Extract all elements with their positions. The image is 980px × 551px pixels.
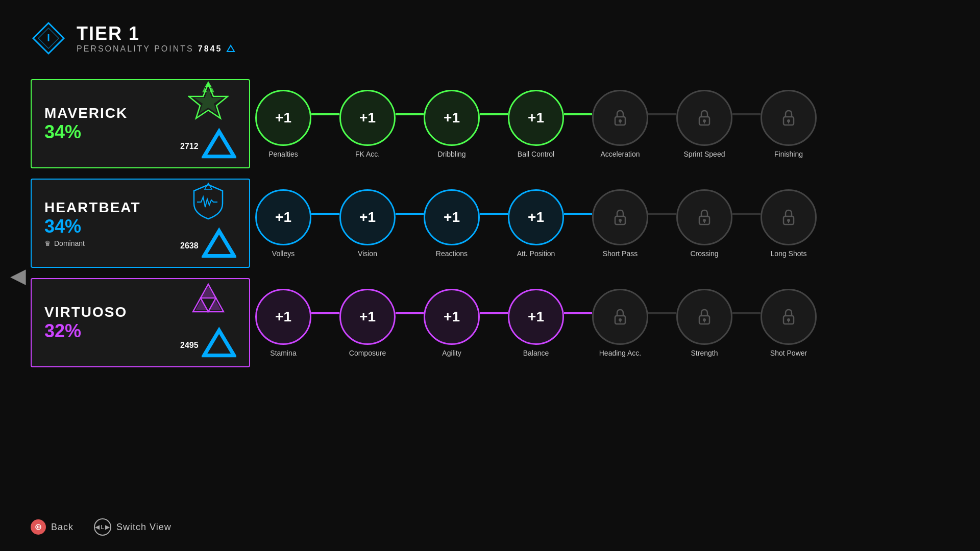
node-vision[interactable]: +1 [339,189,396,245]
node-value: +1 [359,209,376,226]
node-label-att.-position: Att. Position [517,249,555,258]
connector-pink-2 [396,312,424,314]
node-label-shot-power: Shot Power [770,349,807,357]
node-ball-control[interactable]: +1 [508,90,564,146]
connector-pink-1 [311,312,339,314]
crown-icon: ♛ [44,239,51,247]
back-control[interactable]: Back [31,519,74,535]
node-label-penalties: Penalties [268,150,298,158]
virtuoso-card[interactable]: VIRTUOSO 32% 2495 [31,278,250,367]
node-group-pink-2: +1Agility [424,289,480,357]
virtuoso-points: 2495 [180,325,236,366]
node-label-long-shots: Long Shots [771,249,807,258]
skill-trees: +1Penalties+1FK Acc.+1Dribbling+1Ball Co… [255,79,817,367]
node-long-shots [761,189,817,245]
header-info: TIER 1 PERSONALITY POINTS 7845 [77,23,235,54]
svg-marker-6 [205,81,212,87]
maverick-card[interactable]: MAVERICK 34% 2712 [31,79,250,168]
node-crossing [676,189,732,245]
node-value: +1 [359,110,376,126]
node-agility[interactable]: +1 [424,289,480,345]
node-label-balance: Balance [523,349,549,357]
left-nav-arrow[interactable]: ◀ [10,264,26,287]
node-label-stamina: Stamina [270,349,296,357]
switch-view-button-icon: ◀ L ▶ [94,518,111,536]
node-group-pink-5: Strength [676,289,732,357]
svg-marker-11 [204,231,234,256]
node-label-finishing: Finishing [774,150,803,158]
node-group-green-3: +1Ball Control [508,90,564,158]
node-value: +1 [275,209,291,226]
heartbeat-icon: 2638 [180,181,236,266]
node-stamina[interactable]: +1 [255,289,311,345]
connector-blue-6 [732,213,761,215]
node-group-blue-2: +1Reactions [424,189,480,258]
node-group-blue-4: Short Pass [592,189,648,258]
node-value: +1 [528,309,544,325]
node-group-green-0: +1Penalties [255,90,311,158]
svg-text:I: I [47,32,50,43]
node-volleys[interactable]: +1 [255,189,311,245]
node-short-pass [592,189,648,245]
node-label-dribbling: Dribbling [437,150,465,158]
node-group-green-5: Sprint Speed [676,90,732,158]
pp-label: PERSONALITY POINTS [77,44,194,54]
node-dribbling[interactable]: +1 [424,90,480,146]
node-composure[interactable]: +1 [339,289,396,345]
heartbeat-name: HEARTBEAT [44,199,170,216]
connector-green-4 [564,113,592,115]
node-label-volleys: Volleys [272,249,295,258]
node-label-short-pass: Short Pass [603,249,638,258]
connector-blue-1 [311,213,339,215]
node-value: +1 [444,110,460,126]
node-balance[interactable]: +1 [508,289,564,345]
node-fk-acc.[interactable]: +1 [339,90,396,146]
node-label-ball-control: Ball Control [518,150,554,158]
node-group-pink-4: Heading Acc. [592,289,648,357]
node-value: +1 [444,209,460,226]
maverick-percent: 34% [44,121,170,143]
badge-label: Dominant [54,239,85,247]
node-group-green-2: +1Dribbling [424,90,480,158]
heartbeat-card-info: HEARTBEAT 34% ♛ Dominant [44,199,170,247]
connector-pink-4 [564,312,592,314]
tier-icon: I [31,20,66,56]
connector-blue-5 [648,213,676,215]
node-att.-position[interactable]: +1 [508,189,564,245]
connector-pink-3 [480,312,508,314]
heartbeat-percent: 34% [44,216,170,237]
connector-blue-4 [564,213,592,215]
personality-points: PERSONALITY POINTS 7845 [77,44,235,54]
node-group-blue-6: Long Shots [761,189,817,258]
tier-title: TIER 1 [77,23,235,44]
skill-row-pink: +1Stamina+1Composure+1Agility+1Balance H… [255,278,817,367]
virtuoso-percent: 32% [44,320,170,342]
connector-pink-6 [732,312,761,314]
node-label-sprint-speed: Sprint Speed [684,150,725,158]
node-penalties[interactable]: +1 [255,90,311,146]
node-acceleration [592,90,648,146]
node-group-pink-3: +1Balance [508,289,564,357]
header: I TIER 1 PERSONALITY POINTS 7845 [31,20,235,56]
heartbeat-card[interactable]: HEARTBEAT 34% ♛ Dominant 2638 [31,179,250,268]
node-label-composure: Composure [349,349,386,357]
node-heading-acc. [592,289,648,345]
heartbeat-points: 2638 [180,226,236,266]
virtuoso-card-info: VIRTUOSO 32% [44,304,170,342]
node-label-heading-acc.: Heading Acc. [599,349,642,357]
node-label-fk-acc.: FK Acc. [355,150,380,158]
svg-marker-3 [227,45,234,52]
pp-value: 7845 [198,44,223,54]
node-label-reactions: Reactions [436,249,468,258]
node-value: +1 [275,110,291,126]
node-label-vision: Vision [358,249,377,258]
maverick-name: MAVERICK [44,105,170,121]
switch-view-control[interactable]: ◀ L ▶ Switch View [94,518,172,536]
node-reactions[interactable]: +1 [424,189,480,245]
connector-green-3 [480,113,508,115]
connector-blue-2 [396,213,424,215]
node-group-pink-1: +1Composure [339,289,396,357]
maverick-icon: 2712 [180,81,236,167]
node-label-agility: Agility [442,349,461,357]
node-value: +1 [528,110,544,126]
